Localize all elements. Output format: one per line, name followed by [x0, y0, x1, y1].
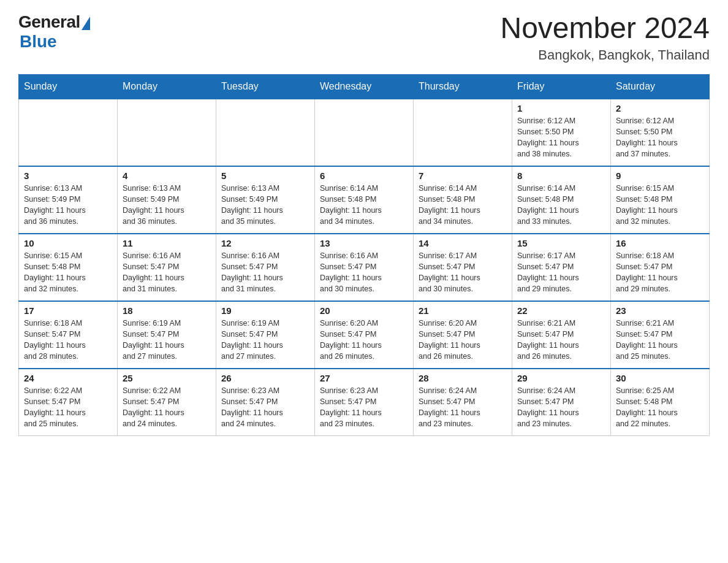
day-number: 20 [320, 305, 408, 316]
calendar-cell: 27Sunrise: 6:23 AMSunset: 5:47 PMDayligh… [315, 369, 414, 436]
weekday-header: Friday [512, 74, 611, 99]
calendar-cell: 30Sunrise: 6:25 AMSunset: 5:48 PMDayligh… [611, 369, 710, 436]
calendar-cell: 5Sunrise: 6:13 AMSunset: 5:49 PMDaylight… [216, 166, 315, 234]
weekday-header: Saturday [611, 74, 710, 99]
day-info: Sunrise: 6:16 AMSunset: 5:47 PMDaylight:… [221, 250, 309, 295]
day-number: 15 [517, 238, 605, 248]
day-number: 14 [419, 238, 507, 248]
day-info: Sunrise: 6:20 AMSunset: 5:47 PMDaylight:… [419, 318, 507, 362]
day-number: 5 [221, 170, 309, 181]
day-info: Sunrise: 6:21 AMSunset: 5:47 PMDaylight:… [517, 318, 605, 362]
month-year-title: November 2024 [500, 12, 710, 45]
day-number: 9 [616, 170, 704, 181]
week-row: 1Sunrise: 6:12 AMSunset: 5:50 PMDaylight… [19, 99, 710, 166]
day-number: 25 [123, 373, 211, 383]
calendar-cell: 29Sunrise: 6:24 AMSunset: 5:47 PMDayligh… [512, 369, 611, 436]
day-number: 11 [123, 238, 211, 248]
logo-triangle-icon [82, 17, 90, 30]
calendar-cell: 17Sunrise: 6:18 AMSunset: 5:47 PMDayligh… [19, 301, 118, 369]
day-number: 6 [320, 170, 408, 181]
day-info: Sunrise: 6:22 AMSunset: 5:47 PMDaylight:… [123, 385, 211, 430]
logo: General Blue [18, 12, 90, 52]
day-number: 18 [123, 305, 211, 316]
day-info: Sunrise: 6:12 AMSunset: 5:50 PMDaylight:… [616, 115, 704, 160]
calendar-cell: 15Sunrise: 6:17 AMSunset: 5:47 PMDayligh… [512, 234, 611, 301]
logo-blue-text: Blue [20, 32, 57, 52]
day-number: 12 [221, 238, 309, 248]
day-number: 22 [517, 305, 605, 316]
day-number: 27 [320, 373, 408, 383]
calendar-cell: 19Sunrise: 6:19 AMSunset: 5:47 PMDayligh… [216, 301, 315, 369]
day-number: 19 [221, 305, 309, 316]
weekday-header: Sunday [19, 74, 118, 99]
day-info: Sunrise: 6:23 AMSunset: 5:47 PMDaylight:… [221, 385, 309, 430]
day-info: Sunrise: 6:13 AMSunset: 5:49 PMDaylight:… [221, 183, 309, 228]
day-info: Sunrise: 6:14 AMSunset: 5:48 PMDaylight:… [419, 183, 507, 228]
day-info: Sunrise: 6:16 AMSunset: 5:47 PMDaylight:… [320, 250, 408, 295]
calendar-cell [216, 99, 315, 166]
calendar-cell: 14Sunrise: 6:17 AMSunset: 5:47 PMDayligh… [414, 234, 512, 301]
day-number: 13 [320, 238, 408, 248]
calendar-cell: 10Sunrise: 6:15 AMSunset: 5:48 PMDayligh… [19, 234, 118, 301]
week-row: 10Sunrise: 6:15 AMSunset: 5:48 PMDayligh… [19, 234, 710, 301]
calendar-cell [118, 99, 216, 166]
day-info: Sunrise: 6:15 AMSunset: 5:48 PMDaylight:… [616, 183, 704, 228]
calendar-table: SundayMondayTuesdayWednesdayThursdayFrid… [18, 74, 710, 437]
weekday-header: Tuesday [216, 74, 315, 99]
day-info: Sunrise: 6:15 AMSunset: 5:48 PMDaylight:… [24, 250, 112, 295]
calendar-cell: 7Sunrise: 6:14 AMSunset: 5:48 PMDaylight… [414, 166, 512, 234]
day-info: Sunrise: 6:18 AMSunset: 5:47 PMDaylight:… [616, 250, 704, 295]
day-number: 17 [24, 305, 112, 316]
weekday-header: Wednesday [315, 74, 414, 99]
day-info: Sunrise: 6:25 AMSunset: 5:48 PMDaylight:… [616, 385, 704, 430]
day-info: Sunrise: 6:24 AMSunset: 5:47 PMDaylight:… [419, 385, 507, 430]
calendar-cell: 18Sunrise: 6:19 AMSunset: 5:47 PMDayligh… [118, 301, 216, 369]
calendar-cell: 25Sunrise: 6:22 AMSunset: 5:47 PMDayligh… [118, 369, 216, 436]
calendar-cell: 2Sunrise: 6:12 AMSunset: 5:50 PMDaylight… [611, 99, 710, 166]
weekday-header: Thursday [414, 74, 512, 99]
day-info: Sunrise: 6:21 AMSunset: 5:47 PMDaylight:… [616, 318, 704, 362]
day-number: 23 [616, 305, 704, 316]
day-info: Sunrise: 6:23 AMSunset: 5:47 PMDaylight:… [320, 385, 408, 430]
day-info: Sunrise: 6:13 AMSunset: 5:49 PMDaylight:… [123, 183, 211, 228]
week-row: 24Sunrise: 6:22 AMSunset: 5:47 PMDayligh… [19, 369, 710, 436]
day-info: Sunrise: 6:12 AMSunset: 5:50 PMDaylight:… [517, 115, 605, 160]
calendar-cell [19, 99, 118, 166]
calendar-cell [414, 99, 512, 166]
day-number: 7 [419, 170, 507, 181]
day-number: 28 [419, 373, 507, 383]
calendar-cell: 28Sunrise: 6:24 AMSunset: 5:47 PMDayligh… [414, 369, 512, 436]
weekday-header: Monday [118, 74, 216, 99]
day-info: Sunrise: 6:17 AMSunset: 5:47 PMDaylight:… [419, 250, 507, 295]
calendar-cell: 6Sunrise: 6:14 AMSunset: 5:48 PMDaylight… [315, 166, 414, 234]
day-info: Sunrise: 6:13 AMSunset: 5:49 PMDaylight:… [24, 183, 112, 228]
day-info: Sunrise: 6:24 AMSunset: 5:47 PMDaylight:… [517, 385, 605, 430]
calendar-cell: 11Sunrise: 6:16 AMSunset: 5:47 PMDayligh… [118, 234, 216, 301]
logo-general-text: General [18, 12, 80, 32]
day-number: 16 [616, 238, 704, 248]
location-subtitle: Bangkok, Bangkok, Thailand [500, 47, 710, 63]
calendar-cell: 12Sunrise: 6:16 AMSunset: 5:47 PMDayligh… [216, 234, 315, 301]
day-number: 21 [419, 305, 507, 316]
title-section: November 2024 Bangkok, Bangkok, Thailand [500, 12, 710, 63]
day-info: Sunrise: 6:19 AMSunset: 5:47 PMDaylight:… [123, 318, 211, 362]
day-info: Sunrise: 6:22 AMSunset: 5:47 PMDaylight:… [24, 385, 112, 430]
day-number: 26 [221, 373, 309, 383]
day-info: Sunrise: 6:17 AMSunset: 5:47 PMDaylight:… [517, 250, 605, 295]
calendar-cell: 1Sunrise: 6:12 AMSunset: 5:50 PMDaylight… [512, 99, 611, 166]
day-number: 1 [517, 103, 605, 113]
calendar-cell: 13Sunrise: 6:16 AMSunset: 5:47 PMDayligh… [315, 234, 414, 301]
calendar-cell: 9Sunrise: 6:15 AMSunset: 5:48 PMDaylight… [611, 166, 710, 234]
calendar-cell: 8Sunrise: 6:14 AMSunset: 5:48 PMDaylight… [512, 166, 611, 234]
day-number: 4 [123, 170, 211, 181]
calendar-cell: 26Sunrise: 6:23 AMSunset: 5:47 PMDayligh… [216, 369, 315, 436]
day-info: Sunrise: 6:14 AMSunset: 5:48 PMDaylight:… [517, 183, 605, 228]
day-number: 30 [616, 373, 704, 383]
calendar-cell: 20Sunrise: 6:20 AMSunset: 5:47 PMDayligh… [315, 301, 414, 369]
day-number: 2 [616, 103, 704, 113]
calendar-cell: 21Sunrise: 6:20 AMSunset: 5:47 PMDayligh… [414, 301, 512, 369]
day-number: 8 [517, 170, 605, 181]
day-number: 24 [24, 373, 112, 383]
calendar-cell [315, 99, 414, 166]
day-number: 3 [24, 170, 112, 181]
